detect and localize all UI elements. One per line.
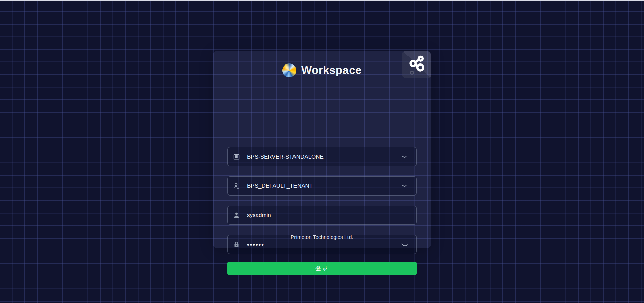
server-panel-icon (232, 153, 240, 161)
login-card: Workspace BPS-SERVER-STANDALONE (213, 51, 431, 248)
chevron-down-icon (402, 184, 407, 187)
eye-closed-icon[interactable] (401, 241, 409, 249)
chevron-down-icon (402, 155, 407, 158)
server-select-value: BPS-SERVER-STANDALONE (247, 154, 391, 160)
username-input[interactable] (247, 212, 391, 219)
tenant-select-value: BPS_DEFAULT_TENANT (247, 183, 391, 189)
username-field (227, 206, 417, 225)
primeton-swirl-logo-icon (282, 63, 296, 77)
page-title: Workspace (301, 64, 362, 77)
user-icon (232, 211, 240, 219)
login-button[interactable]: 登录 (227, 262, 417, 275)
footer-company-text: Primeton Technologies Ltd. (213, 234, 431, 240)
app-header: Workspace (213, 63, 431, 78)
server-select[interactable]: BPS-SERVER-STANDALONE (227, 147, 417, 166)
window-top-edge (0, 0, 644, 1)
password-input[interactable] (247, 241, 388, 248)
login-form: BPS-SERVER-STANDALONE BPS_DEFAULT_TENANT (227, 147, 417, 275)
tenant-user-heart-icon (232, 182, 240, 190)
tenant-select[interactable]: BPS_DEFAULT_TENANT (227, 176, 417, 196)
lock-icon (232, 241, 240, 249)
